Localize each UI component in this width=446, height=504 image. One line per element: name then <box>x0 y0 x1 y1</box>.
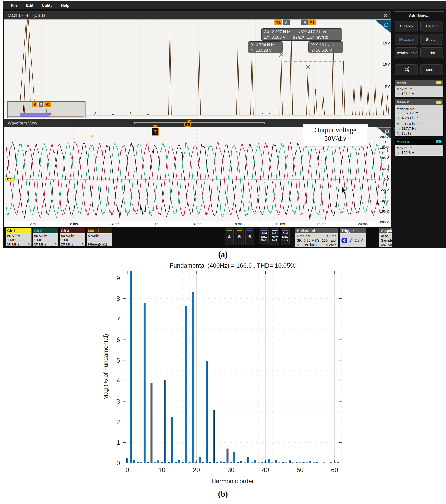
time-axis-label: -8 ms <box>63 222 84 226</box>
fft-plot-area[interactable]: ΔX: 2.397 kHz 1/ΔX: 417.21 µs ΔY: 3.208 … <box>4 19 391 119</box>
callout-line1: Output voltage <box>303 126 368 134</box>
measurement-card[interactable]: Meas 1Maximumµ': 191.1 V <box>395 80 444 97</box>
horizontal-value: SR: 6.25 MS/s <box>297 238 319 243</box>
channel-badge-ch2[interactable]: Ch 250 V/div1 MΩ20 MHz↖ <box>33 228 59 246</box>
measurement-line: µ': 191.1 V <box>397 91 442 96</box>
cursor-r-badge[interactable]: R <box>301 19 308 25</box>
drag-handle-icon[interactable]: ⋮ <box>392 126 397 131</box>
measurement-line: M: 10.74 kHz <box>397 121 442 126</box>
sidebar-button-measure[interactable]: Measure <box>395 34 418 45</box>
trigger-source-badge[interactable]: 6 <box>341 238 347 243</box>
cursor-b-readout[interactable]: X: 9.191 kHz Y: 10.620 V <box>308 41 343 53</box>
cursor-a-readout[interactable]: X: 6.794 kHz Y: 13.828 V <box>248 41 282 53</box>
divider <box>394 61 444 61</box>
trigger-marker-small[interactable]: T <box>184 122 191 127</box>
menu-edit[interactable]: Edit <box>26 3 34 8</box>
figure-root: FileEditUtilityHelp Math 1 - FFT (Ch 1) … <box>0 0 446 504</box>
toggle-pill[interactable]: 1 <box>436 140 442 143</box>
channel-badge-ch3[interactable]: Ch 350 V/div1 MΩ20 MHz↘ <box>59 228 86 246</box>
label-line: New <box>282 235 288 238</box>
oscilloscope-screen: FileEditUtilityHelp Math 1 - FFT (Ch 1) … <box>3 1 446 248</box>
stripe <box>272 230 278 231</box>
svg-text:10: 10 <box>158 466 165 474</box>
menu-file[interactable]: File <box>11 3 18 8</box>
fft-overview-minimap[interactable]: ✕ ✕ MBM1 <box>7 101 86 118</box>
measurement-header[interactable]: Meas 2 <box>395 99 443 105</box>
channel-badge-body: 50 V/div1 MΩ20 MHz↘ <box>60 233 85 246</box>
add-new-bus-button[interactable]: AddNewBus <box>281 228 290 245</box>
minimap-cursor-x-icon: ✕ <box>44 112 47 116</box>
trigger-marker[interactable]: T <box>152 128 159 136</box>
waveform-view-panel: Waveform View T Output voltage 50V/div T… <box>4 119 391 227</box>
minimap-badge-b[interactable]: B <box>39 102 43 107</box>
label-line: Add <box>272 232 278 235</box>
voltage-axis-label: 200 V <box>371 135 389 139</box>
measurement-header[interactable]: Meas 31 <box>395 139 443 145</box>
sidebar-button-callout[interactable]: Callout <box>420 20 443 32</box>
bandwidth-arrow-icon: ↘ <box>27 241 30 246</box>
channel-badge-body: 5 V/div Fftmag(ch1) <box>87 233 112 246</box>
channel-button-4[interactable]: 4 <box>225 228 234 245</box>
delta-y-value: ΔY: 3.208 V <box>264 35 286 40</box>
more-button[interactable]: More... <box>420 64 443 75</box>
minimap-badge-m[interactable]: M <box>32 102 37 107</box>
waveform-title: Waveform View <box>8 121 37 126</box>
cursor-m1-badge[interactable]: M1 <box>308 19 316 25</box>
sidebar-button-results-table[interactable]: Results Table <box>395 47 418 58</box>
channel-badge-math1[interactable]: Math 15 V/div Fftmag(ch1) <box>86 228 112 246</box>
channel-badge-ch1[interactable]: Ch 150 V/div1 MΩ20 MHz↘ <box>6 228 32 246</box>
cursor-b-x: X: 9.191 kHz <box>311 42 340 48</box>
trigger-level: 2.8 V <box>355 238 363 243</box>
menu-help[interactable]: Help <box>61 3 70 8</box>
callout-line2: 50V/div <box>303 135 368 142</box>
channel-button-5[interactable]: 5 <box>235 228 244 245</box>
voltage-axis-label: -150 V <box>371 210 389 214</box>
sidebar-button-plot[interactable]: Plot <box>420 47 443 58</box>
menu-utility[interactable]: Utility <box>42 3 53 8</box>
close-icon[interactable]: ✕ <box>383 13 388 18</box>
add-new-ref-button[interactable]: AddNewRef <box>270 228 279 245</box>
horizontal-values: 4 ms/div40 msSR: 6.25 MS/s160 ns/ptRL: 2… <box>295 233 338 247</box>
svg-text:20: 20 <box>193 466 200 474</box>
horizontal-value: 39% <box>326 243 336 247</box>
svg-text:9: 9 <box>116 274 120 282</box>
toggle-pill[interactable] <box>436 81 442 84</box>
trigger-settings-panel[interactable]: Trigger 6 2.8 V <box>340 228 366 248</box>
channel-button-6[interactable]: 6 <box>245 228 254 245</box>
cursor-delta-readout[interactable]: ΔX: 2.397 kHz 1/ΔX: 417.21 µs ΔY: 3.208 … <box>261 28 342 41</box>
label-line: New <box>260 235 268 238</box>
divider <box>394 11 444 12</box>
svg-text:5: 5 <box>116 357 120 364</box>
horizontal-settings-panel[interactable]: Horizontal 4 ms/div40 msSR: 6.25 MS/s160… <box>295 228 338 248</box>
voltage-axis-label: 100 V <box>371 156 389 160</box>
sidebar-button-cursors[interactable]: Cursors <box>395 20 418 32</box>
measurement-card[interactable]: Meas 31Maximumµ': 192.8 V <box>395 139 444 156</box>
measurement-cards: Meas 1Maximumµ': 191.1 VMeas 2Frequencyµ… <box>392 80 446 156</box>
svg-text:40: 40 <box>262 466 269 474</box>
trigger-position-arrow-icon[interactable] <box>187 120 191 122</box>
mouse-cursor-icon <box>342 187 347 195</box>
minimap-badge-m1[interactable]: M1 <box>44 102 51 107</box>
add-new-math-button[interactable]: AddNewMath <box>260 228 269 245</box>
cursor-a-badge[interactable]: A <box>283 19 290 25</box>
measurement-card[interactable]: Meas 2Frequencyµ': 8.878 kHzσ': 4.283 kH… <box>395 99 444 136</box>
cursor-m1-badge[interactable]: M1 <box>275 19 282 25</box>
sidebar-button-search[interactable]: Search <box>420 34 443 45</box>
channel-setting: 20 MHz <box>34 242 57 246</box>
toggle-pill[interactable] <box>436 101 442 104</box>
trigger-position-arrow-icon[interactable] <box>152 125 158 128</box>
label-line: Ref <box>272 238 278 242</box>
add-new-label: AddNewBus <box>282 232 288 242</box>
zoom-select-icon[interactable] <box>395 64 418 75</box>
zoom-range-bracket[interactable] <box>134 122 265 124</box>
measurement-header[interactable]: Meas 1 <box>395 80 443 86</box>
channel-color-stripe <box>247 230 252 231</box>
fft-panel-titlebar[interactable]: Math 1 - FFT (Ch 1) ✕ <box>4 11 391 19</box>
voltage-axis-label: -50 V <box>371 188 389 192</box>
time-axis-label: 20 ms <box>352 222 373 226</box>
channel-setting: 20 MHz <box>61 242 84 246</box>
measurement-name: Meas 1 <box>397 81 409 85</box>
waveform-plot-area[interactable]: Output voltage 50V/div T C 1 + 200 V150 … <box>4 127 391 221</box>
channel-color-stripe <box>226 230 232 231</box>
delta-x-value: ΔX: 2.397 kHz <box>264 29 290 35</box>
